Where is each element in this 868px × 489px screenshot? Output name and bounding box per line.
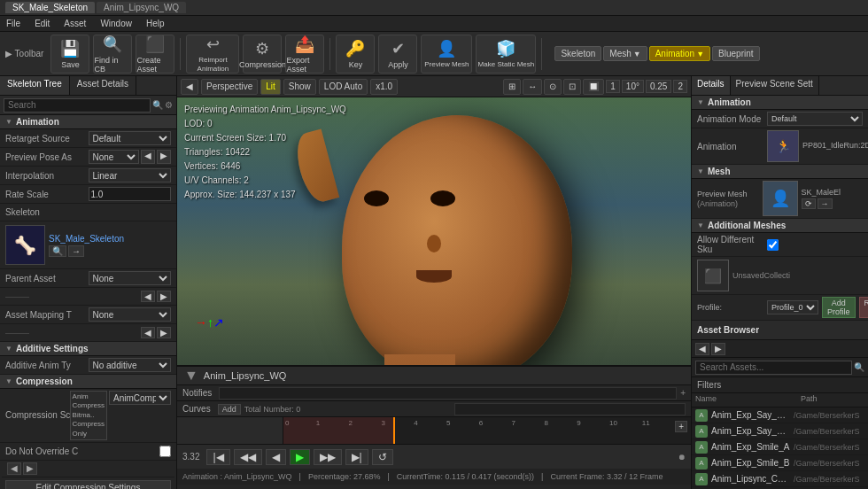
rp-additional-section[interactable]: Additional Meshes [692, 219, 868, 233]
vp-icon4[interactable]: ⊡ [563, 79, 581, 95]
prev-arrow[interactable]: ◀ [141, 150, 155, 164]
mesh-tab[interactable]: Mesh ▼ [603, 46, 647, 61]
asset-back[interactable]: ◀ [695, 343, 709, 355]
comp-actions[interactable]: ◀ [7, 462, 21, 475]
filters-label: Filters [697, 380, 721, 390]
viewport-lod[interactable]: LOD Auto [319, 79, 368, 95]
parent-next[interactable]: ▶ [157, 291, 171, 302]
allow-diff-check[interactable] [767, 239, 779, 251]
reimport-button[interactable]: ↩ Reimport Animation [186, 35, 239, 74]
skeleton-goto[interactable]: → [68, 245, 84, 257]
rp-mesh-section[interactable]: Mesh [692, 165, 868, 179]
remove-profile-button[interactable]: Remove Profile [859, 297, 868, 318]
left-search-input[interactable] [4, 98, 151, 113]
menu-window[interactable]: Window [97, 19, 135, 28]
back-button[interactable]: ◀ [266, 449, 286, 465]
rate-scale-input[interactable] [89, 187, 172, 201]
compression-section[interactable]: Compression [0, 375, 176, 389]
next-frame-button[interactable]: ▶| [345, 449, 368, 465]
mesh-action1[interactable]: ⟳ [802, 198, 816, 209]
asset-item[interactable]: A Anim_Exp_Say_Small /Game/BerserkerS [692, 423, 868, 439]
tab-details[interactable]: Details [692, 76, 731, 95]
animation-section[interactable]: Animation [0, 115, 176, 129]
viewport-lit[interactable]: Lit [260, 79, 281, 95]
additive-type-row: Additive Anim Ty No additive [0, 356, 176, 375]
key-button[interactable]: 🔑 Key [336, 35, 375, 74]
curves-add-btn[interactable]: Add [218, 404, 241, 415]
comp-select[interactable]: AnimCompress_Bi [109, 391, 171, 405]
vp-icon2[interactable]: ↔ [523, 79, 542, 95]
viewport-show[interactable]: Show [283, 79, 316, 95]
parent-prev[interactable]: ◀ [141, 291, 155, 302]
add-button[interactable]: + [680, 388, 686, 398]
retarget-select[interactable]: Default [89, 131, 172, 145]
menu-edit[interactable]: Edit [32, 19, 52, 28]
tab-skeleton-tree[interactable]: Skeleton Tree [0, 76, 70, 95]
prev-frame-button[interactable]: |◀ [206, 449, 229, 465]
vp-icon5[interactable]: 🔲 [583, 79, 604, 95]
interpolation-row: Interpolation Linear [0, 167, 176, 185]
apply-button[interactable]: ✔ Apply [378, 35, 417, 74]
export-button[interactable]: 📤 Export Asset [285, 35, 324, 74]
timeline-ruler[interactable]: 0 1 2 3 4 5 6 7 8 9 10 11 12 [283, 417, 691, 444]
tab-preview-scene[interactable]: Preview Scene Sett [731, 76, 819, 95]
additive-section[interactable]: Additive Settings [0, 342, 176, 356]
menu-file[interactable]: File [4, 19, 23, 28]
next-arrow[interactable]: ▶ [157, 150, 171, 164]
asset-list: A Anim_Exp_Say_Mmhm /Game/BerserkerS A A… [692, 408, 868, 489]
vp-icon3[interactable]: ⊙ [544, 79, 562, 95]
profile-select[interactable]: Profile_0 [767, 300, 818, 314]
menu-asset[interactable]: Asset [61, 19, 89, 28]
save-button[interactable]: 💾 Save [50, 35, 89, 74]
timeline-collapse[interactable]: ▼ [184, 368, 198, 384]
asset-forward[interactable]: ▶ [711, 343, 725, 355]
asset-item[interactable]: A Anim_Lipsync_CDGK /Game/BerserkerS [692, 471, 868, 487]
edit-compression-button[interactable]: Edit Compression Settings [5, 480, 171, 489]
viewport-zoom[interactable]: x1.0 [370, 79, 398, 95]
anim-mode-select[interactable]: Default [767, 112, 863, 126]
step-back-button[interactable]: ◀◀ [234, 449, 262, 465]
menu-help[interactable]: Help [143, 19, 167, 28]
find-in-cb-button[interactable]: 🔍 Find in CB [93, 35, 132, 74]
preview-mesh-row: Preview Mesh (Animation) 👤 SK_MaleEl ⟳ → [692, 179, 868, 219]
tab-anim[interactable]: Anim_Lipsync_WQ [97, 2, 186, 13]
vp-icon1[interactable]: ⊞ [503, 79, 521, 95]
preview-pose-select[interactable]: None [89, 150, 140, 164]
tab-asset-details[interactable]: Asset Details [70, 76, 136, 95]
rp-animation-section[interactable]: Animation [692, 96, 868, 110]
mapping-prev[interactable]: ◀ [141, 327, 155, 338]
tab-skeleton[interactable]: SK_Male_Skeleton [5, 2, 95, 13]
asset-mapping-select[interactable]: None [89, 307, 172, 322]
mapping-next[interactable]: ▶ [157, 327, 171, 338]
interpolation-select[interactable]: Linear [89, 168, 172, 182]
parent-asset-select[interactable]: None [89, 271, 172, 285]
asset-search-icon: 🔍 [854, 362, 864, 372]
preview-mesh-button[interactable]: 👤 Preview Mesh [421, 35, 472, 74]
make-static-button[interactable]: 🧊 Make Static Mesh [476, 35, 536, 74]
playhead[interactable] [393, 417, 395, 444]
comp-actions-next[interactable]: ▶ [23, 462, 37, 475]
asset-search-input[interactable] [695, 361, 852, 375]
viewport-back[interactable]: ◀ [181, 79, 198, 95]
timeline-status: Animation : Anim_Lipsync_WQ | Percentage… [177, 469, 691, 485]
animation-row: Animation 🏃 PP801_IdleRun:2D [692, 128, 868, 165]
play-button[interactable]: ▶ [290, 449, 310, 465]
forward-button[interactable]: ▶▶ [314, 449, 342, 465]
create-asset-button[interactable]: ⬛ Create Asset [136, 35, 174, 74]
compression-button[interactable]: ⚙ Compression [243, 35, 282, 74]
asset-item[interactable]: A Anim_Exp_Smile_A /Game/BerserkerS [692, 439, 868, 455]
timeline-expand[interactable]: + [675, 421, 687, 432]
viewport-perspective[interactable]: Perspective [201, 79, 258, 95]
skeleton-browse[interactable]: 🔍 [49, 245, 66, 257]
additive-type-select[interactable]: No additive [89, 358, 172, 372]
skeleton-tab[interactable]: Skeleton [554, 46, 601, 61]
animation-tab[interactable]: Animation ▼ [649, 46, 710, 61]
asset-item[interactable]: A Anim_Exp_Say_Mmhm /Game/BerserkerS [692, 408, 868, 423]
asset-item[interactable]: A Anim_Exp_Smile_B /Game/BerserkerS [692, 455, 868, 471]
loop-button[interactable]: ↺ [372, 449, 393, 465]
record-btn[interactable]: ⏺ [678, 453, 686, 462]
blueprint-tab[interactable]: Blueprint [712, 46, 759, 61]
do-not-override-check[interactable] [159, 446, 171, 457]
mesh-action2[interactable]: → [818, 198, 833, 209]
add-profile-button[interactable]: Add Profile [822, 297, 856, 318]
